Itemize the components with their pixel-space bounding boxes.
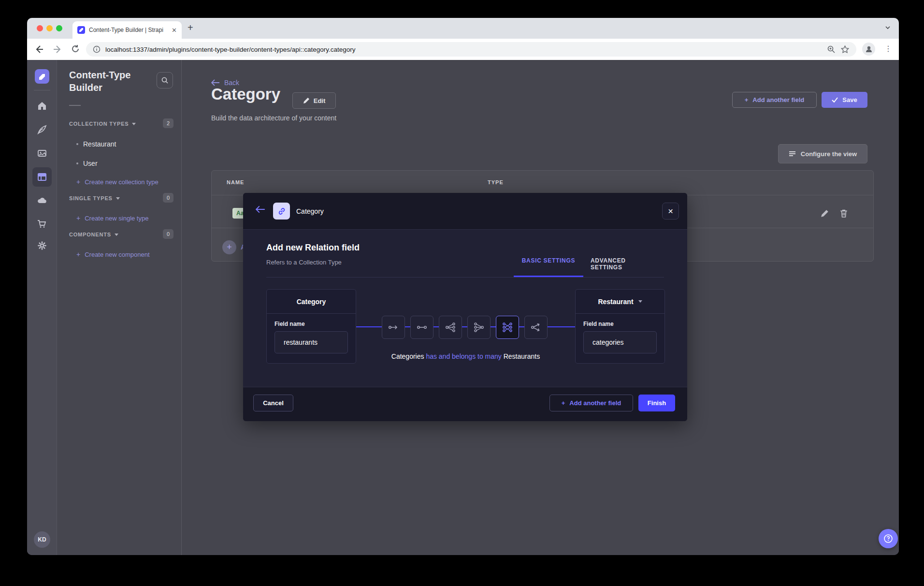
plus-icon: +	[76, 214, 80, 222]
chevron-down-icon	[116, 197, 120, 200]
new-tab-button[interactable]: +	[188, 22, 193, 33]
relation-type-one-to-one[interactable]	[410, 316, 433, 339]
source-field-label: Field name	[274, 321, 305, 327]
modal-subtitle: Refers to a Collection Type	[266, 259, 342, 266]
rail-divider	[34, 90, 50, 90]
check-icon	[832, 97, 838, 103]
target-type-box: Restaurant Field name categories	[575, 289, 665, 364]
chevron-down-icon	[115, 234, 118, 236]
modal-close-button[interactable]: ✕	[662, 203, 679, 220]
tab-close-icon[interactable]: ✕	[172, 27, 177, 34]
sidebar-divider	[69, 105, 81, 106]
address-bar: localhost:1337/admin/plugins/content-typ…	[27, 39, 899, 60]
browser-profile-avatar[interactable]	[862, 43, 875, 56]
row-edit-pencil-icon[interactable]	[821, 209, 829, 218]
modal-title: Add new Relation field	[266, 243, 360, 253]
target-field-input[interactable]: categories	[583, 331, 657, 353]
zoom-page-icon[interactable]	[827, 45, 836, 54]
chevron-down-icon	[638, 300, 642, 303]
traffic-zoom-button[interactable]	[56, 25, 62, 31]
single-types-count: 0	[163, 193, 173, 203]
strapi-favicon	[77, 26, 85, 34]
browser-menu-icon[interactable]: ⋮	[884, 44, 892, 53]
site-info-icon[interactable]	[93, 45, 101, 53]
sidebar-search-button[interactable]	[157, 72, 173, 88]
home-icon[interactable]	[32, 96, 52, 116]
traffic-close-button[interactable]	[37, 25, 43, 31]
forward-icon[interactable]	[52, 44, 63, 55]
strapi-logo[interactable]	[35, 69, 49, 84]
sidebar-item-restaurant[interactable]: Restaurant	[76, 140, 116, 148]
source-type-name: Category	[267, 290, 356, 314]
add-another-field-button[interactable]: + Add another field	[732, 92, 817, 108]
plus-icon: +	[562, 399, 565, 407]
target-type-select[interactable]: Restaurant	[576, 290, 664, 314]
sidebar-item-user[interactable]: User	[76, 160, 98, 167]
relation-type-many-way[interactable]	[524, 316, 548, 339]
table-add-field-button[interactable]: +	[222, 240, 236, 254]
tab-advanced-settings[interactable]: ADVANCED SETTINGS	[591, 257, 657, 277]
user-avatar[interactable]: KD	[34, 531, 50, 548]
reload-icon[interactable]	[71, 44, 80, 54]
cloud-icon[interactable]	[32, 191, 52, 210]
section-collection-types[interactable]: COLLECTION TYPES	[69, 121, 136, 127]
chevron-down-icon	[132, 123, 136, 125]
screen: Content-Type Builder | Strapi ✕ +	[0, 0, 924, 586]
url-field[interactable]: localhost:1337/admin/plugins/content-typ…	[86, 42, 856, 57]
finish-button[interactable]: Finish	[638, 395, 675, 411]
browser-tab[interactable]: Content-Type Builder | Strapi ✕	[72, 21, 182, 39]
create-single-type-link[interactable]: + Create new single type	[76, 214, 148, 222]
help-button[interactable]	[879, 529, 898, 548]
sidebar-title: Content-Type Builder	[69, 69, 154, 94]
traffic-minimize-button[interactable]	[46, 25, 53, 31]
collection-types-count: 2	[163, 118, 173, 128]
back-icon[interactable]	[34, 44, 44, 55]
relation-type-one-to-many[interactable]	[439, 316, 462, 339]
cancel-button[interactable]: Cancel	[253, 395, 293, 411]
section-single-types[interactable]: SINGLE TYPES	[69, 195, 120, 201]
marketplace-cart-icon[interactable]	[32, 214, 52, 234]
content-manager-icon[interactable]	[32, 120, 52, 139]
section-components[interactable]: COMPONENTS	[69, 232, 118, 237]
bullet-icon	[76, 143, 78, 145]
target-field-label: Field name	[583, 321, 614, 327]
tab-basic-settings[interactable]: BASIC SETTINGS	[514, 257, 583, 277]
browser-window: Content-Type Builder | Strapi ✕ +	[27, 18, 899, 555]
column-header-name: NAME	[227, 179, 244, 185]
plus-icon: +	[76, 250, 80, 258]
strapi-app: KD Content-Type Builder COLLECTION TYPES…	[27, 60, 899, 555]
modal-back-arrow-icon[interactable]	[256, 205, 265, 213]
page-subtitle: Build the data architecture of your cont…	[211, 114, 336, 122]
configure-view-button[interactable]: Configure the view	[778, 144, 867, 163]
layout-list-icon	[789, 151, 796, 157]
source-type-box: Category Field name restaurants	[266, 289, 356, 364]
url-text: localhost:1337/admin/plugins/content-typ…	[105, 46, 822, 53]
create-collection-type-link[interactable]: + Create new collection type	[76, 178, 159, 186]
bookmark-star-icon[interactable]	[840, 45, 850, 54]
modal-header: Category ✕	[243, 193, 687, 230]
pencil-icon	[303, 97, 310, 104]
tab-strip: Content-Type Builder | Strapi ✕ +	[27, 18, 899, 39]
settings-gear-icon[interactable]	[32, 236, 52, 255]
relation-type-many-to-one[interactable]	[467, 316, 491, 339]
content-type-builder-icon[interactable]	[32, 167, 52, 187]
modal-tabs-divider	[266, 277, 664, 278]
relation-sentence: Categories has and belongs to many Resta…	[356, 352, 575, 360]
row-delete-trash-icon[interactable]	[840, 209, 848, 218]
modal-add-another-field-button[interactable]: + Add another field	[549, 395, 633, 411]
plus-icon: +	[745, 96, 749, 103]
create-component-link[interactable]: + Create new component	[76, 250, 150, 258]
source-field-input[interactable]: restaurants	[274, 331, 348, 353]
media-library-icon[interactable]	[32, 144, 52, 163]
relation-type-one-way[interactable]	[382, 316, 405, 339]
column-header-type: TYPE	[488, 179, 504, 185]
modal-breadcrumb: Category	[296, 207, 324, 215]
save-button[interactable]: Save	[822, 92, 867, 108]
relation-type-many-to-many[interactable]	[496, 316, 519, 339]
tab-title: Content-Type Builder | Strapi	[89, 27, 168, 33]
modal-footer: Cancel + Add another field Finish	[243, 387, 687, 421]
tab-search-chevron-icon[interactable]	[884, 24, 891, 31]
edit-button[interactable]: Edit	[292, 92, 336, 109]
bullet-icon	[76, 162, 78, 164]
sub-sidebar: Content-Type Builder COLLECTION TYPES 2 …	[57, 60, 182, 555]
